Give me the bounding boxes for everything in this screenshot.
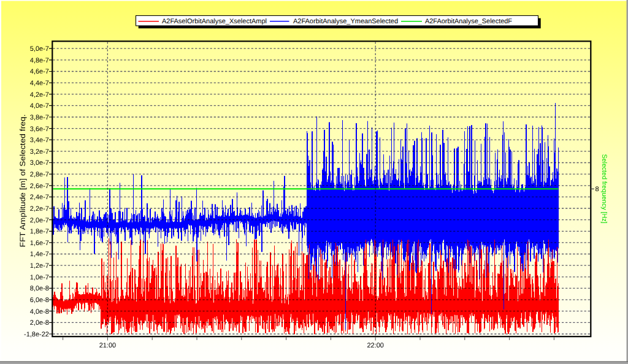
svg-text:4,0e-8: 4,0e-8 bbox=[30, 308, 49, 316]
svg-text:4,4e-7: 4,4e-7 bbox=[30, 80, 49, 87]
svg-text:1,0e-7: 1,0e-7 bbox=[30, 274, 49, 281]
svg-text:4,0e-7: 4,0e-7 bbox=[30, 102, 49, 110]
svg-text:2,0e-7: 2,0e-7 bbox=[30, 217, 49, 224]
svg-text:2,6e-7: 2,6e-7 bbox=[30, 183, 49, 190]
svg-text:1,8e-7: 1,8e-7 bbox=[30, 228, 49, 235]
svg-text:4,8e-7: 4,8e-7 bbox=[30, 57, 49, 64]
svg-text:A2FAorbitAnalyse_YmeanSelected: A2FAorbitAnalyse_YmeanSelected bbox=[293, 18, 398, 25]
svg-text:3,2e-7: 3,2e-7 bbox=[30, 148, 49, 156]
svg-text:-1,8e-22: -1,8e-22 bbox=[24, 331, 49, 338]
svg-text:Selected frequency [Hz]: Selected frequency [Hz] bbox=[600, 154, 608, 224]
svg-text:8,0e-8: 8,0e-8 bbox=[30, 285, 49, 292]
svg-text:21:00: 21:00 bbox=[99, 342, 117, 349]
svg-text:FFT Amplitude [m] of Selected: FFT Amplitude [m] of Selected freq. bbox=[18, 115, 27, 248]
svg-text:4,6e-7: 4,6e-7 bbox=[30, 68, 49, 75]
svg-text:1,6e-7: 1,6e-7 bbox=[30, 240, 49, 247]
svg-text:3,8e-7: 3,8e-7 bbox=[30, 114, 49, 121]
svg-text:5,0e-7: 5,0e-7 bbox=[30, 45, 49, 53]
svg-text:4,2e-7: 4,2e-7 bbox=[30, 91, 49, 99]
svg-text:2,2e-7: 2,2e-7 bbox=[30, 205, 49, 213]
svg-text:A2FAselOrbitAnalyse_XselectAmp: A2FAselOrbitAnalyse_XselectAmpl bbox=[162, 18, 267, 25]
svg-text:3,4e-7: 3,4e-7 bbox=[30, 137, 49, 144]
svg-text:A2FAorbitAnalyse_SelectedF: A2FAorbitAnalyse_SelectedF bbox=[425, 18, 512, 25]
svg-text:2,0e-8: 2,0e-8 bbox=[30, 319, 49, 327]
svg-text:3,0e-7: 3,0e-7 bbox=[30, 159, 49, 167]
svg-text:2,4e-7: 2,4e-7 bbox=[30, 194, 49, 201]
svg-text:6,0e-8: 6,0e-8 bbox=[30, 297, 49, 304]
svg-text:22:00: 22:00 bbox=[367, 342, 384, 349]
svg-text:2,8e-7: 2,8e-7 bbox=[30, 171, 49, 178]
svg-text:3,6e-7: 3,6e-7 bbox=[30, 126, 49, 133]
svg-text:1,2e-7: 1,2e-7 bbox=[30, 262, 49, 270]
svg-text:8: 8 bbox=[595, 186, 599, 193]
svg-text:1,4e-7: 1,4e-7 bbox=[30, 251, 49, 258]
